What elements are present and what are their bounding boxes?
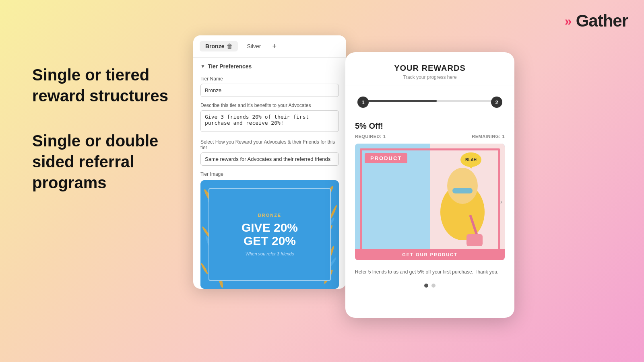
heading-referral: Single or double sided referral programs [32,130,181,193]
bronze-when-text: When you refer 3 friends [246,251,294,256]
product-cta-button[interactable]: GET OUR PRODUCT [355,249,505,260]
left-content: Single or tiered reward structures Singl… [32,64,181,193]
svg-rect-21 [452,188,473,193]
svg-point-20 [447,168,478,204]
tab-silver[interactable]: Silver [241,41,266,51]
tablet-right: YOUR REWARDS Track your progress here 1 … [345,52,514,318]
tier-name-input[interactable] [200,84,339,97]
bronze-card: BRONZE GIVE 20% GET 20% When you refer 3… [200,180,339,289]
tablet-left: Bronze 🗑 Silver + ▼ Tier Preferences Tie… [193,35,346,289]
tier-prefs-header: ▼ Tier Preferences [200,63,339,70]
tier-prefs-label: Tier Preferences [208,63,252,70]
trash-icon[interactable]: 🗑 [227,43,232,49]
chevron-down-icon: ▼ [200,64,205,69]
reward-input[interactable] [200,152,339,166]
logo: » Gather [565,11,628,31]
tab-silver-label: Silver [247,43,261,49]
describe-label: Describe this tier and it's benefits to … [200,103,339,108]
pagination-dots [345,280,514,294]
reward-description: Refer 5 friends to us and get 5% off you… [345,264,514,280]
progress-dot-2: 2 [491,97,502,108]
remaining-label: REMAINING: 1 [472,134,505,139]
bronze-tier-label: BRONZE [258,213,281,218]
svg-point-4 [200,263,209,275]
tier-name-label: Tier Name [200,76,339,82]
reward-card: 5% Off! REQUIRED: 1 REMAINING: 1 PRODUCT [345,117,514,264]
heading-tiered: Single or tiered reward structures [32,64,181,106]
blah-bubble: BLAH [459,152,483,172]
req-row: REQUIRED: 1 REMAINING: 1 [355,134,505,139]
logo-icon: » [565,14,572,27]
progress-section: 1 2 [345,86,514,117]
reward-label: Select How you Reward your Advocates & t… [200,139,339,150]
bronze-give-text: GIVE 20% GET 20% [242,221,298,247]
describe-textarea[interactable]: Give 3 friends 20% of their first purcha… [200,110,339,132]
tier-preferences-section: ▼ Tier Preferences Tier Name Describe th… [193,58,346,177]
rewards-header: YOUR REWARDS Track your progress here [345,52,514,86]
tier-image-label: Tier Image [200,171,339,177]
pagination-dot-1[interactable] [424,284,428,288]
chevron-right-icon[interactable]: › [500,198,502,206]
required-label: REQUIRED: 1 [355,134,386,139]
pagination-dot-2[interactable] [431,284,436,288]
product-person [432,164,493,248]
tabs-bar: Bronze 🗑 Silver + [193,35,346,58]
tab-bronze[interactable]: Bronze 🗑 [200,41,238,51]
rewards-subtitle: Track your progress here [353,74,506,80]
bronze-inner-box: BRONZE GIVE 20% GET 20% When you refer 3… [208,188,331,281]
product-image: PRODUCT [355,144,505,260]
svg-rect-23 [466,234,483,246]
add-tab-button[interactable]: + [270,41,279,51]
svg-text:BLAH: BLAH [465,158,477,162]
product-label: PRODUCT [365,153,407,163]
progress-dot-1: 1 [357,97,369,108]
progress-dots: 1 2 [357,97,502,108]
discount-title: 5% Off! [355,121,505,131]
tab-bronze-label: Bronze [205,43,224,49]
svg-marker-25 [467,165,474,169]
logo-text: Gather [576,11,628,31]
rewards-title: YOUR REWARDS [353,64,506,73]
